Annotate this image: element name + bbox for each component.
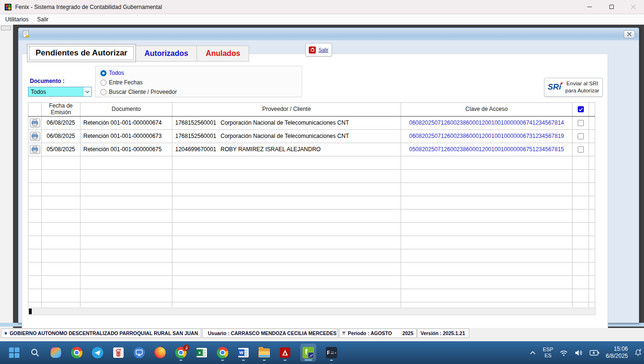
taskbar-chrome-alt[interactable] bbox=[217, 344, 228, 362]
window-title: Fenix - Sistema Integrado de Contabilida… bbox=[15, 4, 162, 10]
taskbar-excel[interactable]: x bbox=[196, 344, 207, 362]
taskbar-recycle-bin[interactable] bbox=[113, 344, 124, 362]
radio-entre-fechas[interactable]: Entre Fechas bbox=[100, 78, 302, 87]
table-row[interactable]: 06/08/2025 Retención 001-001-000000674 1… bbox=[28, 116, 595, 129]
autorizacion-dialog: Pendientes de Autorizar Autorizados Anul… bbox=[18, 27, 639, 323]
fel-app-icon: F bbox=[326, 347, 337, 358]
dialog-close-button[interactable] bbox=[624, 30, 635, 38]
tray-chevron-up-icon[interactable] bbox=[529, 350, 537, 355]
chrome-icon bbox=[71, 347, 82, 358]
close-button[interactable] bbox=[622, 0, 644, 14]
windows-start-icon bbox=[9, 347, 19, 358]
taskbar-copilot[interactable] bbox=[50, 344, 62, 362]
taskbar-chrome[interactable] bbox=[71, 344, 82, 362]
salir-button[interactable]: Salir bbox=[305, 43, 332, 56]
header-fecha: Fecha de Emisión bbox=[42, 103, 80, 117]
taskbar-acrobat[interactable] bbox=[279, 344, 291, 362]
mdi-scroll-button[interactable] bbox=[1, 26, 11, 30]
tab-strip: Pendientes de Autorizar Autorizados Anul… bbox=[27, 44, 249, 63]
enviar-sri-button[interactable]: SRi Enviar al SRI para Autorizar bbox=[544, 78, 603, 97]
table-body: 06/08/2025 Retención 001-001-000000674 1… bbox=[28, 116, 595, 308]
row-checkbox[interactable] bbox=[578, 120, 584, 126]
battery-icon[interactable] bbox=[590, 350, 599, 356]
print-button[interactable] bbox=[30, 132, 40, 141]
cell-fecha: 05/08/2025 bbox=[42, 143, 80, 156]
mdi-area: Pendientes de Autorizar Autorizados Anul… bbox=[0, 25, 644, 328]
table-empty-row bbox=[28, 196, 595, 209]
header-select-all[interactable] bbox=[572, 103, 589, 117]
taskbar-word[interactable]: W bbox=[238, 344, 249, 362]
row-checkbox[interactable] bbox=[578, 146, 584, 153]
wifi-icon[interactable] bbox=[559, 349, 568, 356]
bell-dnd-icon[interactable] bbox=[634, 349, 642, 356]
tab-autorizados[interactable]: Autorizados bbox=[136, 46, 197, 62]
excel-icon: x bbox=[197, 348, 207, 357]
horizontal-scrollbar[interactable] bbox=[28, 308, 596, 315]
header-documento: Documento bbox=[80, 103, 172, 117]
remote-desktop-icon bbox=[134, 347, 145, 358]
status-entidad: GOBIERNO AUTONOMO DESCENTRALIZADO PARROQ… bbox=[1, 328, 201, 338]
taskbar-search[interactable] bbox=[29, 344, 41, 362]
status-periodo: 31 Periodo : AGOSTO2025 bbox=[339, 328, 417, 338]
table-empty-row bbox=[28, 249, 595, 262]
taskbar-file-explorer[interactable] bbox=[259, 344, 270, 362]
header-proveedor: Proveedor / Cliente bbox=[172, 103, 401, 117]
table-row[interactable]: 06/08/2025 Retención 001-001-000000673 1… bbox=[28, 129, 595, 143]
radio-selected-icon bbox=[100, 70, 107, 76]
start-button[interactable] bbox=[9, 344, 20, 362]
app-logo-icon bbox=[4, 3, 12, 11]
table-empty-row bbox=[28, 169, 595, 182]
tab-anulados[interactable]: Anulados bbox=[197, 46, 249, 62]
taskbar-remote-desktop[interactable] bbox=[134, 344, 145, 362]
tab-pendientes[interactable]: Pendientes de Autorizar bbox=[27, 44, 136, 62]
cell-proveedor: 1768152560001Corporación Nacional de Tel… bbox=[172, 116, 401, 129]
dropdown-arrow-button[interactable] bbox=[83, 87, 91, 96]
copilot-icon bbox=[51, 347, 61, 358]
acrobat-icon bbox=[280, 347, 290, 358]
word-icon: W bbox=[238, 348, 249, 357]
print-button[interactable] bbox=[30, 118, 40, 127]
table-empty-row bbox=[28, 182, 595, 196]
taskbar-telegram[interactable] bbox=[92, 344, 103, 362]
language-indicator[interactable]: ESP ES bbox=[543, 346, 553, 359]
taskbar-firefox[interactable] bbox=[154, 344, 166, 362]
calendar-icon: 31 bbox=[342, 330, 345, 337]
table-row[interactable]: 05/08/2025 Retención 001-001-000000675 1… bbox=[28, 143, 595, 156]
menu-utilitarios[interactable]: Utilitarios bbox=[1, 15, 33, 24]
maximize-button[interactable] bbox=[600, 0, 622, 14]
documento-dropdown[interactable]: Todos bbox=[28, 87, 92, 97]
table-empty-row bbox=[28, 236, 595, 249]
cell-documento: Retención 001-001-000000673 bbox=[80, 129, 172, 143]
radio-entre-fechas-label: Entre Fechas bbox=[109, 79, 143, 86]
filter-groupbox: Todos Entre Fechas Buscar Cliente / Prov… bbox=[95, 66, 302, 97]
taskbar-fenix[interactable]: f bbox=[300, 344, 316, 362]
radio-buscar-cliente[interactable]: Buscar Cliente / Proveedor bbox=[100, 87, 302, 97]
cell-proveedor: 1768152560001Corporación Nacional de Tel… bbox=[172, 129, 401, 143]
scrollbar-thumb[interactable] bbox=[29, 309, 32, 314]
volume-icon[interactable] bbox=[574, 349, 583, 356]
file-explorer-icon bbox=[259, 348, 270, 357]
window-titlebar: Fenix - Sistema Integrado de Contabilida… bbox=[0, 0, 644, 14]
minimize-button[interactable] bbox=[579, 0, 600, 14]
tray-clock[interactable]: 15:06 6/8/2025 bbox=[606, 346, 628, 360]
salir-button-label: Salir bbox=[318, 47, 328, 53]
cell-fecha: 06/08/2025 bbox=[42, 129, 80, 143]
firefox-icon bbox=[154, 347, 166, 358]
menu-salir[interactable]: Salir bbox=[33, 15, 53, 24]
telegram-icon bbox=[92, 347, 103, 358]
system-tray: ESP ES 15:06 6/8/2025 bbox=[529, 341, 642, 364]
table-empty-row bbox=[28, 289, 595, 302]
documento-label: Documento : bbox=[30, 78, 64, 84]
header-print bbox=[28, 103, 42, 117]
taskbar-fel-app[interactable]: F bbox=[326, 344, 337, 362]
radio-todos[interactable]: Todos bbox=[100, 68, 302, 78]
report-icon bbox=[22, 30, 30, 38]
select-all-checkbox[interactable] bbox=[578, 106, 584, 112]
header-filler bbox=[589, 103, 595, 117]
row-checkbox[interactable] bbox=[578, 133, 584, 139]
taskbar-chrome-profile[interactable]: J bbox=[175, 344, 187, 362]
print-button[interactable] bbox=[30, 145, 40, 154]
radio-todos-label: Todos bbox=[109, 70, 124, 76]
documents-table: Fecha de Emisión Documento Proveedor / C… bbox=[28, 102, 596, 308]
sri-button-label: Enviar al SRI para Autorizar bbox=[565, 80, 599, 94]
